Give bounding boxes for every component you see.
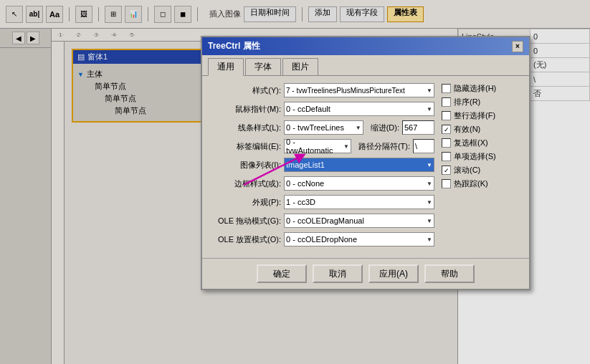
checkbox-box[interactable] [442, 179, 451, 188]
oledrag-select[interactable]: 0 - ccOLEDragManual ▼ [284, 214, 434, 228]
tab-font[interactable]: 字体 [245, 58, 281, 75]
dialog-right-panel: 隐藏选择(H)排序(R)整行选择(F)✓有效(N)复选框(X)单项选择(S)✓滚… [442, 83, 522, 251]
border-select[interactable]: 0 - ccNone ▼ [284, 176, 434, 191]
pathsep-label: 路径分隔符(T): [358, 141, 410, 152]
checkbox-label: 排序(R) [454, 97, 480, 107]
style-select[interactable]: 7 - tvwTreelinesPlusMinusPictureText ▼ [284, 83, 434, 97]
imagelist-arrow-icon: ▼ [427, 162, 432, 168]
checkbox-label: 整行选择(F) [454, 110, 495, 121]
linestyle-label: 线条样式(L): [209, 123, 281, 133]
checkbox-item: ✓有效(N) [442, 124, 522, 135]
indent-label: 缩进(D): [371, 123, 399, 133]
labeledit-value: 0 - tvwAutomatic [286, 138, 343, 155]
border-row: 边框样式(或): 0 - ccNone ▼ [209, 176, 434, 191]
style-select-arrow-icon: ▼ [427, 87, 432, 94]
labeledit-select[interactable]: 0 - tvwAutomatic ▼ [284, 139, 351, 153]
checkbox-label: 热跟踪(K) [454, 178, 488, 189]
mouse-label: 鼠标指针(M): [209, 104, 281, 115]
labeledit-label: 标签编辑(E): [209, 141, 281, 152]
appear-row: 外观(P): 1 - cc3D ▼ [209, 195, 434, 209]
dialog-close-btn[interactable]: × [512, 41, 523, 52]
checkbox-box[interactable]: ✓ [442, 166, 451, 175]
appear-arrow-icon: ▼ [427, 199, 432, 206]
oledrag-label: OLE 拖动模式(G): [209, 216, 281, 226]
help-button[interactable]: 帮助 [424, 264, 475, 283]
checkbox-item: 隐藏选择(H) [442, 83, 522, 94]
oledrop-value: 0 - ccOLEDropNone [286, 235, 357, 244]
border-label: 边框样式(或): [209, 178, 281, 189]
checkbox-item: 排序(R) [442, 97, 522, 107]
dialog-buttons: 确定 取消 应用(A) 帮助 [202, 258, 529, 289]
oledrag-value: 0 - ccOLEDragManual [286, 216, 364, 225]
pathsep-input[interactable] [413, 139, 434, 153]
checkbox-box[interactable] [442, 152, 451, 161]
imagelist-select[interactable]: ImageList1 ▼ [284, 158, 434, 172]
mouse-select-arrow-icon: ▼ [427, 106, 432, 112]
checkbox-item: 复选框(X) [442, 138, 522, 148]
linestyle-select[interactable]: 0 - tvwTreeLines ▼ [284, 120, 363, 135]
labeledit-row: 标签编辑(E): 0 - tvwAutomatic ▼ 路径分隔符(T): [209, 139, 434, 153]
checkbox-box[interactable] [442, 138, 451, 148]
checkbox-label: 滚动(C) [454, 165, 480, 176]
dialog-title: TreeCtrl 属性 [208, 40, 260, 52]
mouse-row: 鼠标指针(M): 0 - ccDefault ▼ [209, 102, 434, 116]
imagelist-row: 图像列表(I): ImageList1 ▼ [209, 158, 434, 172]
checkbox-box[interactable] [442, 84, 451, 93]
appear-label: 外观(P): [209, 197, 281, 208]
border-value: 0 - ccNone [286, 179, 324, 188]
imagelist-value: ImageList1 [286, 161, 325, 169]
checkbox-box[interactable] [442, 111, 451, 120]
linestyle-arrow-icon: ▼ [356, 125, 361, 131]
checkbox-label: 单项选择(S) [454, 151, 496, 162]
style-label: 样式(Y): [209, 85, 281, 96]
checkbox-box[interactable]: ✓ [442, 125, 451, 134]
checkbox-item: 整行选择(F) [442, 110, 522, 121]
appear-select[interactable]: 1 - cc3D ▼ [284, 195, 434, 209]
mouse-select[interactable]: 0 - ccDefault ▼ [284, 102, 434, 116]
dialog-overlay: TreeCtrl 属性 × 通用 字体 图片 样式(Y): 7 - tvwTre… [0, 0, 590, 364]
dialog-titlebar: TreeCtrl 属性 × [202, 37, 529, 55]
dialog-tabs: 通用 字体 图片 [202, 55, 529, 76]
dialog-left-panel: 样式(Y): 7 - tvwTreelinesPlusMinusPictureT… [209, 83, 434, 251]
style-row: 样式(Y): 7 - tvwTreelinesPlusMinusPictureT… [209, 83, 434, 97]
checkbox-label: 有效(N) [454, 124, 480, 135]
style-value: 7 - tvwTreelinesPlusMinusPictureText [286, 87, 405, 95]
cancel-button[interactable]: 取消 [313, 264, 363, 283]
checkbox-group: 隐藏选择(H)排序(R)整行选择(F)✓有效(N)复选框(X)单项选择(S)✓滚… [442, 83, 522, 189]
labeledit-arrow-icon: ▼ [343, 143, 349, 150]
linestyle-row: 线条样式(L): 0 - tvwTreeLines ▼ 缩进(D): [209, 120, 434, 135]
mouse-value: 0 - ccDefault [286, 105, 330, 113]
ok-button[interactable]: 确定 [257, 264, 307, 283]
checkbox-box[interactable] [442, 97, 451, 107]
linestyle-value: 0 - tvwTreeLines [286, 123, 344, 132]
checkbox-item: 单项选择(S) [442, 151, 522, 162]
oledrop-label: OLE 放置模式(O): [209, 234, 281, 245]
tab-general[interactable]: 通用 [208, 58, 244, 76]
checkbox-label: 复选框(X) [454, 138, 488, 148]
checkbox-item: ✓滚动(C) [442, 165, 522, 176]
checkbox-label: 隐藏选择(H) [454, 83, 496, 94]
oledrag-row: OLE 拖动模式(G): 0 - ccOLEDragManual ▼ [209, 214, 434, 228]
oledrag-arrow-icon: ▼ [427, 218, 432, 224]
checkbox-item: 热跟踪(K) [442, 178, 522, 189]
oledrop-row: OLE 放置模式(O): 0 - ccOLEDropNone ▼ [209, 232, 434, 246]
oledrop-arrow-icon: ▼ [427, 236, 432, 243]
treectrl-dialog: TreeCtrl 属性 × 通用 字体 图片 样式(Y): 7 - tvwTre… [201, 36, 530, 290]
dialog-body: 样式(Y): 7 - tvwTreelinesPlusMinusPictureT… [202, 76, 529, 258]
oledrop-select[interactable]: 0 - ccOLEDropNone ▼ [284, 232, 434, 246]
tab-image[interactable]: 图片 [282, 58, 318, 75]
appear-value: 1 - cc3D [286, 198, 315, 206]
imagelist-label: 图像列表(I): [209, 160, 281, 171]
apply-button[interactable]: 应用(A) [368, 264, 419, 283]
indent-input[interactable] [402, 120, 434, 135]
border-arrow-icon: ▼ [427, 181, 432, 187]
